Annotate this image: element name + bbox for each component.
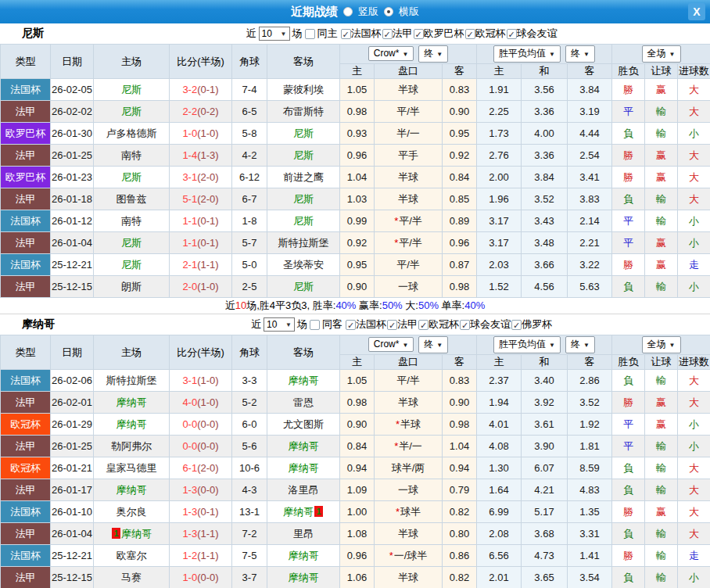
result-wdl: 平 xyxy=(612,232,645,254)
league-filter-label[interactable]: 佛罗杯 xyxy=(522,317,552,332)
close-button[interactable]: X xyxy=(688,3,705,20)
horizontal-layout-radio[interactable] xyxy=(384,7,393,16)
match-row: 法甲25-12-15朗斯2-0(1-0)2-5尼斯0.90一球0.981.524… xyxy=(1,276,710,298)
check-icon: ✓ xyxy=(466,30,473,39)
odds-source-dropdown[interactable]: Crow*▼ xyxy=(368,337,414,352)
team-name-text: 尼斯 xyxy=(121,84,142,95)
league-filter-label[interactable]: 法国杯 xyxy=(351,27,382,41)
result-handicap: 輸 xyxy=(645,523,678,545)
star-mark: * xyxy=(394,237,398,249)
halftime-score: (0-0) xyxy=(197,418,218,430)
league-filter-checkbox[interactable]: ✓ xyxy=(341,29,351,39)
fulltime-score: 6-1 xyxy=(182,462,197,474)
handicap: 半球 xyxy=(375,392,443,414)
home-odds: 0.95 xyxy=(340,254,375,276)
handicap: *平/半 xyxy=(375,232,443,254)
home-team: 摩纳哥 xyxy=(94,479,170,501)
same-venue-checkbox[interactable] xyxy=(305,29,315,39)
avg-away: 1.81 xyxy=(568,436,612,457)
scope-dropdown[interactable]: 全场▼ xyxy=(642,336,681,353)
match-count-select[interactable]: 10▼ xyxy=(264,317,295,332)
away-team: 洛里昂 xyxy=(267,479,340,501)
odds-final-dropdown[interactable]: 终▼ xyxy=(418,45,448,63)
team-name-text: 勒阿弗尔 xyxy=(111,440,152,452)
home-odds: 1.00 xyxy=(340,501,375,523)
halftime-score: (1-0) xyxy=(197,396,218,408)
summary-text: 50% xyxy=(382,299,403,311)
avg-odds-dropdown[interactable]: 胜平负均值▼ xyxy=(493,45,561,63)
league-type-badge: 法甲 xyxy=(1,567,51,588)
match-count-select[interactable]: 10▼ xyxy=(259,27,290,41)
league-filter-checkbox[interactable]: ✓ xyxy=(507,29,517,39)
team-name-text: 洛里昂 xyxy=(289,484,319,496)
halftime-score: (2-0) xyxy=(197,462,218,474)
horizontal-layout-label[interactable]: 横版 xyxy=(399,5,419,19)
halftime-score: (1-1) xyxy=(197,550,218,561)
away-team: 摩纳哥 xyxy=(267,567,340,588)
team-name-text: 尼斯 xyxy=(121,259,142,271)
result-goals: 小 xyxy=(678,232,710,254)
vertical-layout-radio[interactable] xyxy=(343,7,353,16)
result-wdl: 平 xyxy=(612,436,645,457)
team-name-text: 摩纳哥 xyxy=(117,418,147,430)
odds-source-dropdown[interactable]: Crow*▼ xyxy=(368,46,414,61)
away-team: 布雷斯特 xyxy=(267,101,340,123)
same-venue-checkbox[interactable] xyxy=(310,320,320,330)
league-filter-label[interactable]: 欧冠杯 xyxy=(475,27,506,41)
league-filter-label[interactable]: 欧罗巴杯 xyxy=(424,27,464,41)
col-header-away: 客场 xyxy=(267,335,340,370)
away-team: 雷恩 xyxy=(267,392,340,414)
match-date: 26-02-02 xyxy=(51,101,94,123)
same-venue-label[interactable]: 同主 xyxy=(317,27,338,41)
league-filter-group: ✓法国杯✓法甲✓欧罗巴杯✓欧冠杯✓球会友谊 xyxy=(341,27,558,41)
away-odds: 0.94 xyxy=(443,457,477,479)
result-wdl: 負 xyxy=(612,188,645,210)
league-filter-checkbox[interactable]: ✓ xyxy=(511,320,522,330)
handicap-text: 半球 xyxy=(400,418,421,430)
result-goals: 小 xyxy=(678,276,710,298)
handicap: 平/半 xyxy=(375,370,443,392)
avg-odds-dropdown[interactable]: 胜平负均值▼ xyxy=(493,336,561,353)
league-filter-label[interactable]: 球会友谊 xyxy=(470,317,511,332)
result-handicap: 輸 xyxy=(645,370,678,392)
league-filter-label[interactable]: 球会友谊 xyxy=(517,27,558,41)
home-odds: 0.96 xyxy=(340,145,375,167)
corner-score: 10-6 xyxy=(232,457,267,479)
league-filter-label[interactable]: 法甲 xyxy=(393,27,413,41)
score: 3-1(1-0) xyxy=(170,370,232,392)
odds-final-dropdown[interactable]: 终▼ xyxy=(418,336,448,353)
league-filter-checkbox[interactable]: ✓ xyxy=(387,320,397,330)
league-filter-checkbox[interactable]: ✓ xyxy=(414,29,424,39)
match-row: 法甲26-01-17摩纳哥1-3(0-0)4-3洛里昂1.09一球0.791.6… xyxy=(1,479,710,501)
same-venue-label[interactable]: 同客 xyxy=(322,317,342,332)
corner-score: 1-8 xyxy=(232,210,267,232)
match-date: 26-01-10 xyxy=(51,501,94,523)
matches-table: 类型 日期 主场 比分(半场) 角球 客场 Crow*▼终▼ 胜平负均值▼终▼ … xyxy=(0,335,710,588)
league-filter-label[interactable]: 欧冠杯 xyxy=(429,317,459,332)
league-filter-checkbox[interactable]: ✓ xyxy=(382,29,393,39)
avg-draw: 4.73 xyxy=(522,545,568,567)
halftime-score: (2-0) xyxy=(197,171,218,183)
halftime-score: (0-1) xyxy=(197,237,218,249)
avg-away: 3.19 xyxy=(568,101,612,123)
halftime-score: (0-0) xyxy=(197,484,218,496)
league-filter-checkbox[interactable]: ✓ xyxy=(465,29,475,39)
fulltime-score: 0-0 xyxy=(182,418,197,430)
avg-final-value: 终 xyxy=(571,339,580,350)
home-team: 马赛 xyxy=(94,567,170,588)
league-filter-checkbox[interactable]: ✓ xyxy=(346,320,356,330)
avg-final-dropdown[interactable]: 终▼ xyxy=(565,336,595,353)
league-filter-label[interactable]: 法甲 xyxy=(397,317,418,332)
handicap-text: 半/一 xyxy=(396,127,420,139)
league-filter-checkbox[interactable]: ✓ xyxy=(418,320,429,330)
col-header-type: 类型 xyxy=(1,45,51,79)
team-name-text: 前进之鹰 xyxy=(283,171,324,183)
vertical-layout-label[interactable]: 竖版 xyxy=(358,5,378,19)
league-filter-checkbox[interactable]: ✓ xyxy=(460,320,470,330)
league-filter-label[interactable]: 法国杯 xyxy=(356,317,386,332)
avg-final-dropdown[interactable]: 终▼ xyxy=(565,45,595,63)
result-wdl: 勝 xyxy=(612,392,645,414)
caret-down-icon: ▼ xyxy=(583,342,590,349)
home-odds: 0.93 xyxy=(340,123,375,145)
scope-dropdown[interactable]: 全场▼ xyxy=(642,45,681,63)
